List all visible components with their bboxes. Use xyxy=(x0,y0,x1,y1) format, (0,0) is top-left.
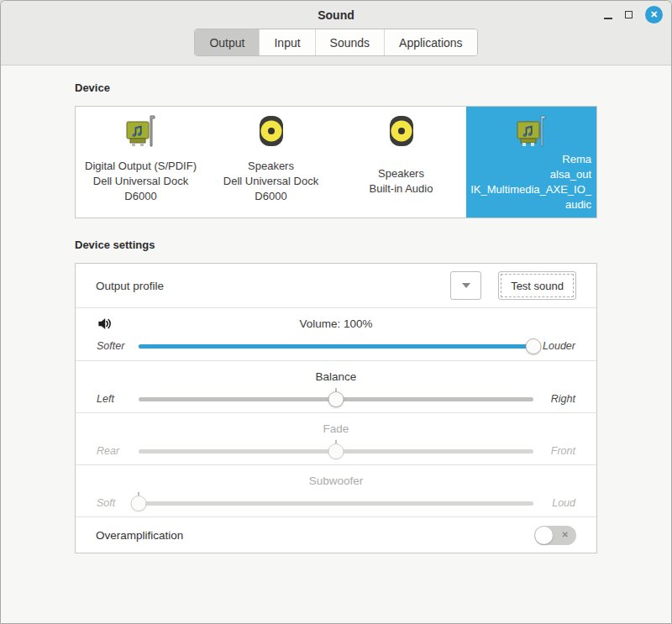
output-profile-dropdown[interactable] xyxy=(450,271,481,300)
device-line: Built-in Audio xyxy=(339,181,463,197)
device-settings-heading: Device settings xyxy=(75,239,597,251)
fade-rear-label: Rear xyxy=(97,445,134,457)
overamplification-toggle[interactable]: ✕ xyxy=(534,526,576,545)
titlebar: Sound ✕ xyxy=(1,1,671,29)
output-profile-label: Output profile xyxy=(96,280,450,292)
overamplification-label: Overamplification xyxy=(96,529,183,542)
device-list: ♫ Digital Output (S/PDIF) Dell Universal… xyxy=(75,106,597,218)
fade-title: Fade xyxy=(323,422,349,435)
volume-softer-label: Softer xyxy=(97,340,134,352)
tab-output[interactable]: Output xyxy=(195,29,259,55)
device-card-labels: Speakers Dell Universal Dock D6000 xyxy=(209,152,333,211)
subwoofer-soft-label: Soft xyxy=(97,497,134,509)
volume-title: Volume: 100% xyxy=(299,317,372,330)
device-card-dock-speakers[interactable]: Speakers Dell Universal Dock D6000 xyxy=(206,107,336,218)
tab-input[interactable]: Input xyxy=(259,29,314,55)
chevron-down-icon xyxy=(462,283,470,288)
balance-title: Balance xyxy=(316,370,357,383)
device-line: Digital Output (S/PDIF) xyxy=(79,159,202,174)
subwoofer-slider-row: Subwoofer Soft Loud xyxy=(76,464,596,517)
window-title: Sound xyxy=(1,1,671,29)
speaker-volume-icon xyxy=(97,316,113,335)
overamplification-row: Overamplification ✕ xyxy=(76,517,596,553)
main-content: Device ♫ Digital Output (S/PDIF) Dell Un… xyxy=(1,66,671,553)
window-header: Sound ✕ Output Input Sounds Applications xyxy=(1,1,671,66)
device-line: IK_Multimedia_AXE_IO_ xyxy=(470,182,591,197)
balance-left-label: Left xyxy=(97,393,134,405)
balance-slider[interactable] xyxy=(139,391,533,407)
balance-slider-handle[interactable] xyxy=(328,391,344,407)
balance-slider-row: Balance Left Right xyxy=(76,360,596,412)
subwoofer-slider-handle[interactable] xyxy=(131,496,147,511)
svg-text:♫: ♫ xyxy=(130,120,144,139)
device-heading: Device xyxy=(75,81,597,94)
fade-slider[interactable] xyxy=(139,443,533,459)
device-line: Speakers xyxy=(339,166,463,181)
volume-slider-row: Volume: 100% Softer Louder xyxy=(76,307,596,360)
minimize-icon xyxy=(604,18,612,19)
fade-slider-row: Fade Rear Front xyxy=(76,412,596,464)
volume-slider-handle[interactable] xyxy=(526,338,542,354)
device-line: Dell Universal Dock xyxy=(209,174,333,189)
device-card-axe-io[interactable]: ♫ Rema alsa_out IK_Multimedia_AXE_IO_ au… xyxy=(466,107,596,218)
volume-slider[interactable] xyxy=(139,338,533,354)
maximize-button[interactable] xyxy=(625,11,633,18)
device-card-labels: Rema alsa_out IK_Multimedia_AXE_IO_ audi… xyxy=(470,152,593,212)
volume-louder-label: Louder xyxy=(538,340,575,352)
device-settings-panel: Output profile Test sound Volume: 10 xyxy=(75,263,597,553)
balance-right-label: Right xyxy=(538,393,575,405)
toggle-off-icon: ✕ xyxy=(562,531,569,539)
fade-front-label: Front xyxy=(538,445,575,457)
tabs-row: Output Input Sounds Applications xyxy=(1,29,671,56)
svg-text:♫: ♫ xyxy=(521,120,534,139)
toggle-knob xyxy=(535,527,553,544)
device-card-labels: Speakers Built-in Audio xyxy=(339,152,463,211)
close-button[interactable]: ✕ xyxy=(645,6,663,24)
subwoofer-loud-label: Loud xyxy=(538,497,575,509)
volume-slider-fill xyxy=(139,344,533,349)
device-line: alsa_out xyxy=(470,167,591,182)
subwoofer-title: Subwoofer xyxy=(309,475,364,487)
device-card-labels: Digital Output (S/PDIF) Dell Universal D… xyxy=(79,152,202,211)
tab-group: Output Input Sounds Applications xyxy=(194,29,477,56)
maximize-icon xyxy=(625,11,633,18)
sound-card-icon: ♫ xyxy=(512,112,551,152)
tab-applications[interactable]: Applications xyxy=(384,29,477,55)
sound-window: Sound ✕ Output Input Sounds Applications… xyxy=(0,0,672,624)
device-line: Speakers xyxy=(209,159,333,174)
close-icon: ✕ xyxy=(650,10,658,19)
test-sound-button[interactable]: Test sound xyxy=(498,271,576,300)
window-controls: ✕ xyxy=(604,1,663,29)
minimize-button[interactable] xyxy=(604,10,612,19)
device-card-builtin-speakers[interactable]: Speakers Built-in Audio xyxy=(336,107,466,218)
output-profile-row: Output profile Test sound xyxy=(76,264,596,307)
sound-card-icon: ♫ xyxy=(122,112,160,152)
speaker-icon xyxy=(252,112,291,152)
device-card-spdif[interactable]: ♫ Digital Output (S/PDIF) Dell Universal… xyxy=(76,107,206,218)
speaker-icon xyxy=(382,112,421,152)
device-line: audic xyxy=(470,197,591,212)
tab-sounds[interactable]: Sounds xyxy=(315,29,384,55)
fade-slider-handle[interactable] xyxy=(328,443,344,459)
device-line: D6000 xyxy=(209,189,333,204)
device-line: Dell Universal Dock xyxy=(79,174,202,189)
device-line: D6000 xyxy=(79,189,202,204)
device-line: Rema xyxy=(470,152,591,167)
subwoofer-slider[interactable] xyxy=(139,495,533,511)
